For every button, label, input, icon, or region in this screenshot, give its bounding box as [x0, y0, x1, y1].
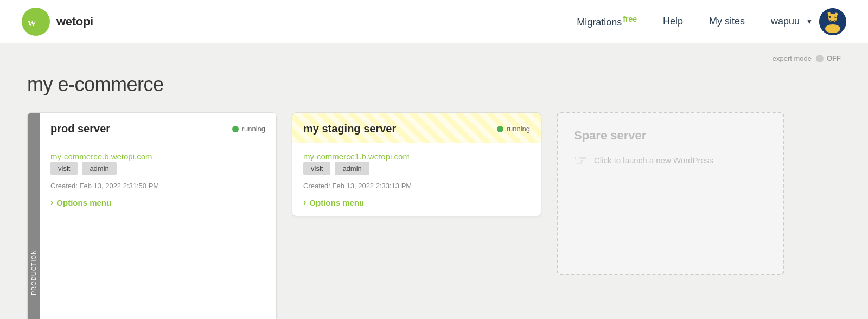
expert-mode-toggle[interactable]: OFF [816, 54, 841, 62]
prod-admin-button[interactable]: admin [82, 162, 116, 175]
staging-options-chevron-icon: › [303, 197, 306, 207]
logo-icon: w [22, 8, 50, 36]
prod-status-dot-icon [232, 126, 239, 132]
hand-pointer-icon: ☞ [574, 151, 588, 169]
prod-card-content: my-commerce.b.wetopi.com visit admin Cre… [40, 143, 276, 216]
spare-server-card[interactable]: Spare server ☞ Click to launch a new Wor… [557, 112, 784, 275]
cards-row: production prod server running my-commer… [27, 112, 841, 319]
staging-visit-button[interactable]: visit [303, 162, 330, 175]
staging-created-date: Created: Feb 13, 2022 2:33:13 PM [303, 182, 530, 190]
chevron-down-icon: ▼ [806, 18, 813, 25]
prod-side-label: production [28, 113, 40, 319]
staging-server-title: my staging server [303, 123, 396, 135]
prod-server-title: prod server [50, 123, 110, 135]
toggle-state: OFF [827, 54, 841, 62]
nav-migrations[interactable]: Migrationsfree [577, 15, 637, 28]
svg-point-3 [825, 24, 840, 33]
prod-action-buttons: visit admin [50, 162, 265, 175]
staging-status-text: running [507, 125, 530, 133]
staging-options-label: Options menu [309, 198, 364, 207]
spare-launch-area: ☞ Click to launch a new WordPress [574, 151, 713, 169]
user-name: wapuu [771, 16, 800, 27]
prod-status-text: running [242, 125, 265, 133]
prod-options-chevron-icon: › [50, 197, 53, 207]
prod-status-area: running [232, 125, 265, 133]
staging-card-body: my staging server running my-commerce1.b… [292, 113, 541, 216]
prod-server-card: production prod server running my-commer… [27, 112, 277, 319]
staging-status-dot-icon [497, 126, 503, 132]
staging-admin-button[interactable]: admin [335, 162, 369, 175]
staging-server-card: my staging server running my-commerce1.b… [292, 112, 541, 216]
staging-site-url[interactable]: my-commerce1.b.wetopi.com [303, 152, 410, 161]
logo-area[interactable]: w wetopi [22, 8, 93, 36]
staging-card-header: my staging server running [292, 113, 541, 143]
prod-card-header: prod server running [40, 113, 276, 143]
prod-site-url[interactable]: my-commerce.b.wetopi.com [50, 152, 152, 161]
prod-options-label: Options menu [56, 198, 111, 207]
staging-options-menu[interactable]: › Options menu [303, 197, 530, 210]
page-title: my e-commerce [27, 73, 841, 96]
prod-options-menu[interactable]: › Options menu [50, 197, 265, 210]
prod-visit-button[interactable]: visit [50, 162, 78, 175]
toggle-dot-icon [816, 55, 824, 62]
prod-card-body: prod server running my-commerce.b.wetopi… [40, 113, 276, 319]
expert-mode-label: expert mode [773, 54, 812, 62]
prod-created-date: Created: Feb 13, 2022 2:31:50 PM [50, 182, 265, 190]
brand-name: wetopi [56, 15, 93, 29]
avatar [819, 8, 846, 35]
expert-mode-bar: expert mode OFF [27, 54, 841, 62]
nav-help[interactable]: Help [663, 16, 683, 27]
nav-my-sites[interactable]: My sites [709, 16, 745, 27]
main-nav: Migrationsfree Help My sites wapuu ▼ [577, 8, 846, 35]
user-menu[interactable]: wapuu ▼ [771, 8, 846, 35]
spare-launch-text: Click to launch a new WordPress [594, 156, 713, 165]
staging-card-content: my-commerce1.b.wetopi.com visit admin Cr… [292, 143, 541, 216]
staging-action-buttons: visit admin [303, 162, 530, 175]
staging-status-area: running [497, 125, 530, 133]
spare-server-title: Spare server [574, 129, 646, 143]
svg-text:w: w [28, 15, 36, 28]
